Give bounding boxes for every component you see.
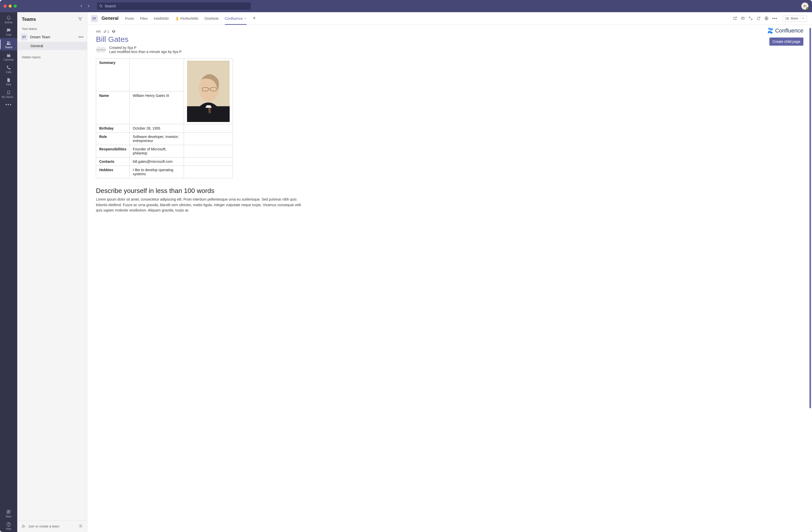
svg-point-10 [23, 525, 24, 526]
meet-button[interactable]: Meet [783, 15, 807, 22]
rail-chat[interactable]: Chat [0, 26, 17, 38]
main-content: DT General Posts Files IntelliWiki 👌Perf… [87, 12, 812, 532]
title-bar: IP [0, 0, 812, 12]
summary-header: Summary [96, 59, 130, 91]
bookmark-icon [6, 90, 11, 95]
tab-onenote[interactable]: OneNote [203, 12, 221, 25]
summary-row-value: William Henry Gates III [130, 91, 184, 124]
svg-rect-5 [7, 510, 9, 512]
author-row: RD1 RD17 Created by Ilya P Last modified… [96, 46, 307, 54]
photo-cell [184, 59, 233, 124]
summary-row-value: Software developer; investor; entreprene… [130, 133, 184, 145]
expand-icon[interactable] [749, 16, 753, 20]
summary-row-label: Name [96, 91, 130, 124]
page-meta: HR 1 [96, 29, 116, 33]
meet-dropdown[interactable] [800, 16, 804, 20]
author-avatar: RD17 [101, 47, 106, 53]
section-heading: Describe yourself in less than 100 words [96, 187, 307, 195]
watch-icon[interactable] [112, 29, 116, 33]
summary-row-label: Hobbies [96, 166, 130, 178]
attachments[interactable]: 1 [103, 30, 109, 33]
bell-icon [6, 15, 11, 20]
team-more-icon[interactable]: ••• [78, 35, 84, 39]
tab-intelliwiki[interactable]: IntelliWiki [152, 12, 171, 25]
summary-row-label: Birthday [96, 124, 130, 133]
profile-photo [187, 61, 230, 122]
created-by: Created by Ilya P [109, 46, 182, 50]
page-title: Bill Gates [96, 35, 307, 44]
search-box[interactable] [97, 2, 251, 10]
hidden-teams-label: Hidden teams [17, 54, 87, 61]
minimize-window[interactable] [9, 4, 12, 8]
summary-row-value: Founder of Microsoft, philantop [130, 145, 184, 158]
rail-more[interactable]: ••• [5, 100, 12, 109]
teams-panel: Teams Your teams DT Dream Team ••• Gener… [17, 12, 87, 532]
summary-row-label: Contacts [96, 158, 130, 166]
summary-row-label: Role [96, 133, 130, 145]
svg-rect-6 [9, 510, 10, 512]
rail-teams[interactable]: Teams [0, 38, 17, 50]
confluence-brand: Confluence [767, 27, 803, 34]
profile-avatar[interactable]: IP [801, 2, 809, 10]
channel-avatar: DT [91, 15, 98, 22]
chat-icon [6, 28, 11, 33]
svg-rect-14 [786, 17, 788, 19]
rail-label: Calendar [0, 58, 17, 61]
close-window[interactable] [3, 4, 6, 8]
rail-label: Chat [0, 33, 17, 36]
phone-icon [6, 65, 11, 70]
rail-label: Apps [0, 515, 17, 518]
svg-rect-7 [7, 512, 9, 514]
nav-forward-icon[interactable] [87, 4, 90, 8]
plus-icon [252, 16, 256, 20]
rail-label: Files [0, 83, 17, 86]
rail-calls[interactable]: Calls [0, 63, 17, 75]
open-external-icon[interactable] [733, 16, 737, 20]
rail-label: Teams [0, 46, 17, 49]
chevron-down-icon [802, 17, 804, 19]
rail-activity[interactable]: Activity [0, 13, 17, 26]
search-input[interactable] [104, 4, 248, 9]
create-child-page-button[interactable]: Create child page [769, 38, 803, 46]
channel-row-general[interactable]: General [17, 42, 87, 50]
join-team-icon [21, 524, 26, 529]
rail-label: Calls [0, 71, 17, 74]
tab-confluence[interactable]: Confluence [223, 12, 249, 25]
rail-files[interactable]: Files [0, 75, 17, 88]
settings-icon[interactable] [78, 523, 83, 529]
help-icon [6, 522, 11, 527]
meet-label: Meet [791, 16, 798, 20]
refresh-icon[interactable] [756, 16, 761, 20]
video-icon [785, 16, 789, 20]
window-controls [3, 4, 17, 8]
teams-icon [6, 40, 11, 45]
add-tab-button[interactable] [251, 16, 258, 21]
globe-icon[interactable] [764, 16, 769, 20]
more-icon[interactable]: ••• [772, 16, 777, 21]
panel-footer: Join or create a team [17, 520, 87, 532]
file-icon [6, 78, 11, 83]
scrollbar[interactable] [810, 28, 811, 408]
filter-icon[interactable] [78, 17, 83, 22]
your-teams-label: Your teams [17, 25, 87, 32]
maximize-window[interactable] [14, 4, 17, 8]
app-rail: Activity Chat Teams Calendar Calls Files [0, 12, 17, 532]
channel-title: General [102, 16, 118, 21]
team-row[interactable]: DT Dream Team ••• [17, 32, 87, 42]
rail-calendar[interactable]: Calendar [0, 50, 17, 63]
tab-files[interactable]: Files [138, 12, 150, 25]
tab-posts[interactable]: Posts [123, 12, 136, 25]
join-create-team[interactable]: Join or create a team [28, 524, 59, 528]
nav-back-icon[interactable] [80, 4, 83, 8]
conversation-icon[interactable] [741, 16, 745, 20]
rail-apps[interactable]: Apps [0, 507, 17, 520]
svg-point-0 [100, 5, 102, 7]
avatar-initials: IP [803, 4, 806, 8]
tab-perfectwiki[interactable]: 👌PerfectWiki [173, 12, 201, 25]
rail-saved[interactable]: My Saved ... [0, 88, 17, 100]
svg-point-1 [8, 41, 9, 43]
confluence-logo-icon [767, 27, 774, 34]
breadcrumb[interactable]: HR [96, 30, 101, 33]
teams-title: Teams [22, 17, 36, 22]
rail-help[interactable]: Help [0, 520, 17, 532]
